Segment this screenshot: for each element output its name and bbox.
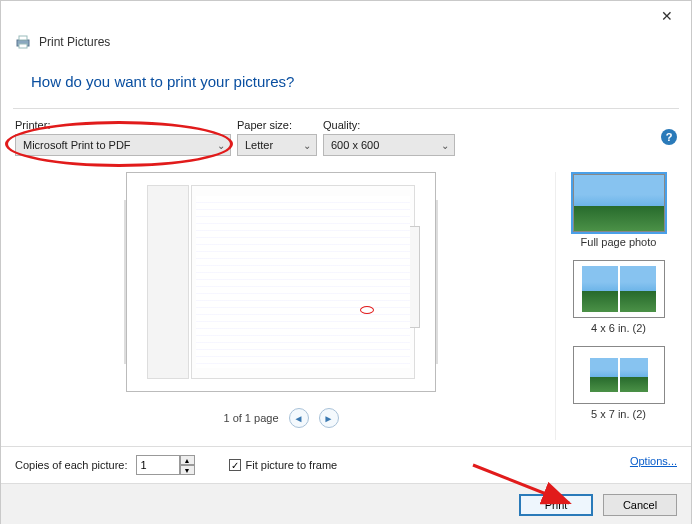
chevron-down-icon: ⌄ xyxy=(303,140,311,151)
svg-rect-2 xyxy=(19,44,27,48)
printer-label: Printer: xyxy=(15,119,231,131)
print-preview xyxy=(126,172,436,392)
layout-label: 4 x 6 in. (2) xyxy=(591,322,646,334)
chevron-down-icon: ⌄ xyxy=(441,140,449,151)
dialog-buttons: Print Cancel xyxy=(1,483,691,524)
window-title: Print Pictures xyxy=(39,35,110,49)
page-heading: How do you want to print your pictures? xyxy=(31,73,661,90)
titlebar: ✕ xyxy=(1,1,691,31)
copies-input[interactable] xyxy=(136,455,180,475)
chevron-down-icon: ⌄ xyxy=(217,140,225,151)
body-area: 1 of 1 page ◄ ► Full page photo 4 x 6 in… xyxy=(1,166,691,440)
checkbox-icon: ✓ xyxy=(229,459,241,471)
pager: 1 of 1 page ◄ ► xyxy=(223,408,338,428)
copies-down[interactable]: ▼ xyxy=(180,465,195,475)
fit-checkbox[interactable]: ✓ Fit picture to frame xyxy=(229,459,338,471)
fit-label: Fit picture to frame xyxy=(246,459,338,471)
layout-5x7[interactable]: 5 x 7 in. (2) xyxy=(560,346,677,420)
layout-4x6[interactable]: 4 x 6 in. (2) xyxy=(560,260,677,334)
copies-stepper[interactable]: ▲ ▼ xyxy=(136,455,195,475)
quality-label: Quality: xyxy=(323,119,455,131)
paper-value: Letter xyxy=(245,139,273,151)
pager-text: 1 of 1 page xyxy=(223,412,278,424)
layout-label: 5 x 7 in. (2) xyxy=(591,408,646,420)
printer-select[interactable]: Microsoft Print to PDF ⌄ xyxy=(15,134,231,156)
print-pictures-dialog: ✕ Print Pictures How do you want to prin… xyxy=(0,0,692,524)
layout-label: Full page photo xyxy=(581,236,657,248)
options-row: Copies of each picture: ▲ ▼ ✓ Fit pictur… xyxy=(1,446,691,483)
quality-value: 600 x 600 xyxy=(331,139,379,151)
printer-value: Microsoft Print to PDF xyxy=(23,139,131,151)
close-icon[interactable]: ✕ xyxy=(653,4,681,28)
divider xyxy=(13,108,679,109)
heading-area: How do you want to print your pictures? xyxy=(1,59,691,108)
layout-full-page[interactable]: Full page photo xyxy=(560,174,677,248)
svg-rect-1 xyxy=(19,36,27,40)
layout-sidebar[interactable]: Full page photo 4 x 6 in. (2) 5 x 7 in. … xyxy=(555,172,679,440)
paper-size-select[interactable]: Letter ⌄ xyxy=(237,134,317,156)
print-button[interactable]: Print xyxy=(519,494,593,516)
paper-label: Paper size: xyxy=(237,119,317,131)
controls-row: Printer: Microsoft Print to PDF ⌄ Paper … xyxy=(1,115,691,166)
options-link[interactable]: Options... xyxy=(630,455,677,467)
copies-label: Copies of each picture: xyxy=(15,459,128,471)
pager-prev-button[interactable]: ◄ xyxy=(289,408,309,428)
help-icon[interactable]: ? xyxy=(661,129,677,145)
pager-next-button[interactable]: ► xyxy=(319,408,339,428)
preview-column: 1 of 1 page ◄ ► xyxy=(13,172,549,440)
printer-icon xyxy=(15,35,31,49)
quality-select[interactable]: 600 x 600 ⌄ xyxy=(323,134,455,156)
copies-up[interactable]: ▲ xyxy=(180,455,195,465)
window-header: Print Pictures xyxy=(1,31,691,59)
cancel-button[interactable]: Cancel xyxy=(603,494,677,516)
